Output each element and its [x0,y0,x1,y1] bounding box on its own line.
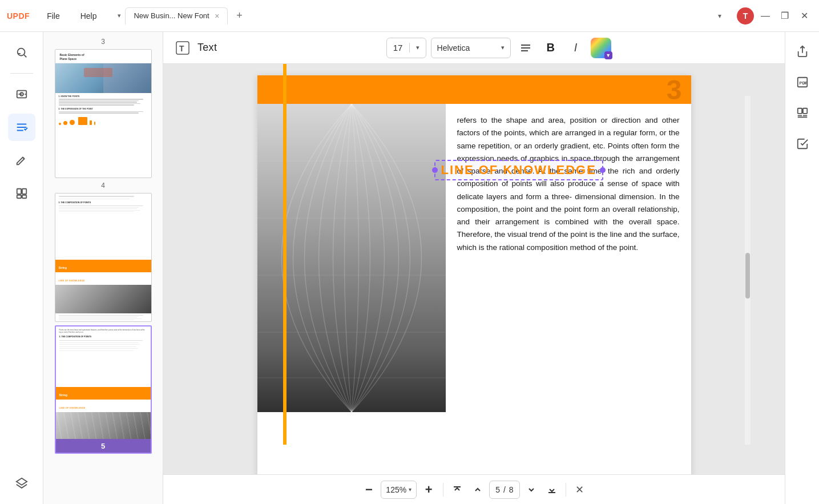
font-size-arrow[interactable]: ▾ [410,38,426,58]
zoom-dropdown-arrow: ▾ [409,486,411,493]
nav-top-btn[interactable] [448,481,466,499]
zoom-out-btn[interactable]: − [359,480,378,499]
page-viewer[interactable]: 3 LINE OF KNOWLEDGE [163,64,785,474]
page3-section: 1. KNOW THE POINTS [59,95,148,98]
close-btn[interactable]: ✕ [796,8,812,24]
nav-up-btn[interactable] [469,481,487,499]
page4-number: 4 [101,182,105,189]
text-toolbar: T Text 17 ▾ Helvetica ▾ [163,32,785,64]
nav-bottom-btn[interactable] [543,481,561,499]
page3-thumbnail[interactable]: Basic Elements of Plane Space 1. KNOW TH… [55,49,152,178]
page4-lok-area: LINE OF KNOWLEDGE [55,272,151,285]
page3-text2 [59,111,148,114]
new-tab-btn[interactable]: + [231,8,247,24]
svg-rect-7 [22,189,26,194]
toolbar-divider-1 [10,73,33,74]
page-current[interactable]: 5 [495,485,500,494]
page4-string-label: String [55,260,151,272]
font-size-control[interactable]: 17 ▾ [386,38,426,58]
lok-handle-left [432,167,438,173]
pdfa-btn[interactable]: PDF A [790,70,815,95]
svg-text:T: T [179,44,184,53]
pages-tool-btn[interactable] [8,180,35,207]
svg-rect-28 [797,108,801,114]
page3-container: 3 Basic Elements of Plane Space 1. KNOW … [43,38,163,178]
tab-area: ▾ New Busin... New Font × + ▾ [114,7,728,25]
lok-handle-right [600,167,606,173]
help-menu[interactable]: Help [72,8,105,24]
avatar[interactable]: T [737,7,754,25]
search-tool-btn[interactable] [8,39,35,66]
page-orange-header: 3 [257,75,691,104]
body-paragraph: refers to the shape and area, position o… [457,114,680,254]
font-family-control[interactable]: Helvetica ▾ [431,38,511,58]
page5-content: Points are the most basic and systematic… [56,326,151,387]
page-total: 8 [509,485,514,494]
layers-tool-btn[interactable] [8,470,35,497]
page3-chart [59,117,148,125]
annotation-tool-btn[interactable] [8,147,35,174]
bar-divider-2 [566,483,566,497]
italic-btn[interactable]: I [566,38,586,58]
lok-selection-box[interactable]: LINE OF KNOWLEDGE [434,160,603,180]
scroll-track [745,96,751,445]
page-two-col: refers to the shape and area, position o… [257,104,691,412]
file-menu[interactable]: File [39,8,68,24]
text-tool-icon: T [172,38,193,58]
page5-container: Points are the most basic and systematic… [43,325,163,454]
active-tab[interactable]: New Busin... New Font × [125,7,228,25]
close-nav-btn[interactable]: ✕ [571,481,589,499]
form-btn[interactable] [790,131,815,156]
bar-divider-1 [443,483,443,497]
page5-string-label: String [56,387,151,400]
page4-content: 3. THE COMPOSITION OF POINTS [55,193,151,260]
scroll-thumb[interactable] [745,253,750,299]
page-header-number: 3 [667,75,682,106]
font-size-value[interactable]: 17 [387,43,410,53]
text-edit-tool-btn[interactable] [8,114,35,141]
page3-content: 1. KNOW THE POINTS 2. THE EXPRESSION OF … [55,93,151,178]
color-picker-btn[interactable]: ▼ [591,38,611,58]
text-toolbar-title: Text [197,42,217,54]
left-toolbar [0,32,43,504]
page5-thumb-inner: Points are the most basic and systematic… [56,326,151,453]
zoom-value-area[interactable]: 125% ▾ [381,481,417,499]
page5-badge: 5 [56,439,151,453]
page-mgmt-btn[interactable] [790,100,815,126]
zoom-in-btn[interactable]: + [419,480,438,499]
bottom-bar: − 125% ▾ + 5 / 8 [163,474,785,504]
align-btn[interactable] [515,38,536,58]
page3-number: 3 [101,38,105,46]
page3-image [55,63,151,93]
bold-btn[interactable]: B [540,38,561,58]
tab-list-btn[interactable]: ▾ [712,8,728,24]
page-separator: / [503,485,506,494]
main-area: 3 Basic Elements of Plane Space 1. KNOW … [0,32,819,504]
thumbnail-panel[interactable]: 3 Basic Elements of Plane Space 1. KNOW … [43,32,163,504]
page5-thumbnail[interactable]: Points are the most basic and systematic… [55,325,152,454]
svg-rect-2 [17,53,21,54]
tab-dropdown-btn[interactable]: ▾ [114,10,125,22]
page4-text-area [55,313,151,321]
restore-btn[interactable]: ❐ [777,8,793,24]
svg-rect-6 [17,189,21,194]
tab-close-btn[interactable]: × [215,11,219,21]
page3-thumb-inner: Basic Elements of Plane Space 1. KNOW TH… [55,50,151,178]
scan-tool-btn[interactable] [8,80,35,108]
title-bar-actions: T — ❐ ✕ [737,7,812,25]
minimize-btn[interactable]: — [757,8,773,24]
nav-down-btn[interactable] [522,481,540,499]
page4-thumb-inner: 3. THE COMPOSITION OF POINTS String LINE… [55,193,151,321]
page4-thumbnail[interactable]: 3. THE COMPOSITION OF POINTS String LINE… [55,193,152,322]
page3-header: Basic Elements of Plane Space [55,50,151,63]
page5-lok-area: LINE OF KNOWLEDGE [56,400,151,412]
svg-line-1 [24,55,26,57]
title-bar: UPDF File Help ▾ New Busin... New Font ×… [0,0,819,32]
svg-point-0 [17,49,25,56]
page-input-area[interactable]: 5 / 8 [489,481,519,499]
pdf-page: 3 LINE OF KNOWLEDGE [257,75,691,474]
page3-section2: 2. THE EXPRESSION OF THE POINT [59,108,148,110]
share-btn[interactable] [790,39,815,64]
svg-rect-9 [22,195,26,199]
right-panel: PDF A [785,32,819,504]
